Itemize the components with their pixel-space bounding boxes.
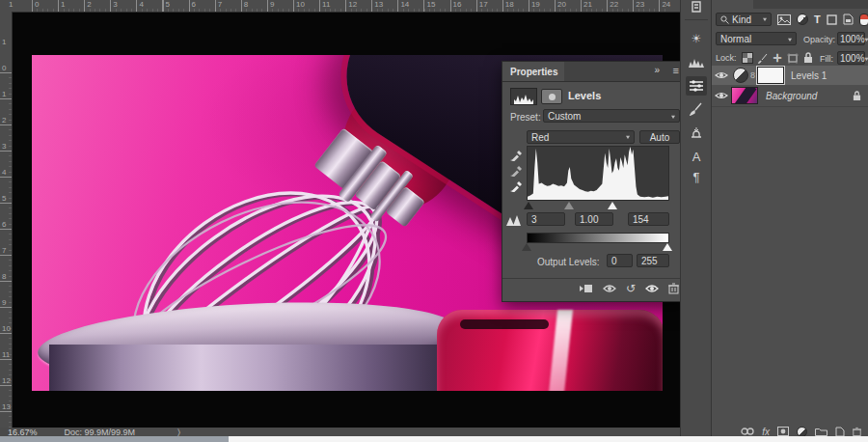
fill-value-dropdown[interactable]: 100%▾ — [837, 51, 865, 65]
tab-channels[interactable]: Channels — [762, 0, 814, 9]
panel-dock: ☀ A ¶ — [680, 0, 712, 442]
black-point-eyedropper-icon[interactable] — [509, 149, 522, 161]
properties-panel-header: Properties » ≡ — [502, 62, 685, 82]
filter-shape-layers-icon[interactable] — [827, 14, 837, 25]
auto-button[interactable]: Auto — [639, 130, 680, 144]
filter-type-layers-icon[interactable]: T — [814, 14, 821, 25]
layer-style-fx-icon[interactable]: fx — [762, 427, 770, 437]
output-shadow-slider[interactable] — [522, 243, 531, 251]
filter-adjustment-layers-icon[interactable] — [797, 14, 808, 25]
layer-row-background[interactable]: Background — [712, 86, 868, 105]
lock-all-icon[interactable] — [803, 52, 813, 64]
scrollbar-thumb[interactable] — [0, 436, 229, 442]
ruler-label: 17 — [479, 1, 488, 9]
midtone-input-field[interactable]: 1.00 — [575, 212, 613, 226]
output-levels-label: Output Levels: — [537, 257, 599, 267]
ruler-label: 1 — [2, 91, 6, 98]
preset-label: Preset: — [510, 112, 541, 123]
vertical-ruler[interactable]: 1012345678910111213 — [0, 12, 13, 428]
link-layers-icon[interactable] — [741, 428, 754, 435]
adjustment-layer-thumbnail[interactable] — [733, 68, 748, 83]
ruler-label: 10 — [296, 1, 305, 9]
lock-image-pixels-icon[interactable] — [758, 53, 769, 64]
levels-histogram-icon — [510, 88, 537, 105]
panel-tab-bar: Layers Channels Paths — [712, 0, 868, 9]
adjustment-title: Levels — [568, 90, 601, 101]
layers-panel: Layers Channels Paths Kind▾ T Normal▾ Op… — [711, 0, 868, 442]
new-group-icon[interactable] — [815, 427, 827, 436]
mask-link-icon[interactable]: 8 — [750, 70, 755, 80]
preset-dropdown[interactable]: Custom▾ — [543, 109, 680, 123]
character-panel-icon[interactable]: A — [686, 147, 707, 166]
layer-name[interactable]: Levels 1 — [791, 70, 827, 81]
background-layer-thumbnail[interactable] — [731, 87, 758, 104]
shadow-input-field[interactable]: 3 — [527, 212, 565, 226]
new-layer-icon[interactable] — [835, 427, 845, 437]
blend-mode-dropdown[interactable]: Normal▾ — [716, 32, 797, 45]
visibility-eye-icon[interactable] — [712, 91, 731, 100]
lock-position-icon[interactable]: ✛ — [773, 52, 782, 65]
layer-name[interactable]: Background — [766, 91, 817, 101]
ruler-label: 5 — [2, 195, 6, 203]
view-previous-state-icon[interactable] — [602, 283, 617, 294]
chevron-down-icon: ▾ — [865, 54, 868, 61]
photoshop-window: 1012345678910111213141516171819202122232… — [0, 0, 868, 442]
lock-transparent-pixels-icon[interactable] — [742, 52, 753, 64]
background-lock-icon[interactable] — [853, 91, 861, 101]
levels-histogram[interactable] — [527, 146, 669, 201]
add-layer-mask-icon[interactable] — [777, 427, 789, 436]
output-low-field[interactable]: 0 — [607, 254, 633, 267]
output-high-field[interactable]: 255 — [637, 254, 669, 267]
ruler-label: 1 — [61, 1, 65, 9]
layer-row-levels[interactable]: 8 Levels 1 — [712, 66, 868, 85]
brush-settings-icon[interactable] — [686, 99, 707, 119]
reset-adjustment-icon[interactable]: ↺ — [626, 282, 636, 295]
filter-toggle-icon[interactable] — [859, 14, 868, 26]
ruler-label: 7 — [2, 247, 6, 255]
ruler-label: 14 — [400, 1, 409, 9]
highlight-input-field[interactable]: 154 — [628, 212, 669, 226]
new-adjustment-layer-icon[interactable] — [797, 427, 807, 437]
ruler-label: 18 — [505, 1, 514, 9]
opacity-value-dropdown[interactable]: 100%▾ — [837, 32, 865, 45]
white-point-eyedropper-icon[interactable] — [509, 180, 522, 192]
input-shadow-slider[interactable] — [524, 202, 533, 209]
output-highlight-slider[interactable] — [663, 243, 672, 251]
delete-layer-icon[interactable] — [853, 427, 861, 437]
collapse-panel-button[interactable]: » — [654, 65, 660, 75]
clip-to-layer-icon[interactable] — [580, 283, 593, 294]
ruler-label: 0 — [2, 65, 6, 72]
properties-panel-icon[interactable] — [686, 76, 707, 96]
lock-artboard-icon[interactable] — [787, 53, 799, 64]
ruler-label: 11 — [2, 351, 10, 359]
tab-layers[interactable]: Layers — [712, 0, 753, 9]
channel-dropdown[interactable]: Red▾ — [527, 130, 635, 144]
histogram-panel-icon[interactable] — [686, 53, 707, 72]
ruler-label: 15 — [427, 1, 436, 9]
scrollbar-track[interactable] — [229, 436, 868, 442]
input-midtone-slider[interactable] — [564, 202, 574, 209]
clone-source-icon[interactable] — [686, 124, 707, 143]
ruler-label: 23 — [636, 1, 644, 9]
gray-point-eyedropper-icon[interactable] — [509, 164, 522, 177]
tab-properties[interactable]: Properties — [502, 62, 564, 81]
ruler-label: 10 — [2, 325, 11, 333]
history-icon[interactable] — [686, 0, 707, 16]
paragraph-panel-icon[interactable]: ¶ — [686, 167, 707, 186]
filter-kind-dropdown[interactable]: Kind▾ — [716, 13, 772, 26]
layer-mask-thumbnail[interactable] — [757, 67, 784, 84]
output-gradient-bar — [527, 233, 669, 243]
filter-smart-objects-icon[interactable] — [843, 14, 854, 25]
panel-menu-icon[interactable]: ≡ — [673, 65, 679, 76]
visibility-eye-icon[interactable] — [712, 70, 731, 80]
tab-paths[interactable]: Paths — [820, 0, 857, 9]
filter-pixel-layers-icon[interactable] — [777, 14, 791, 25]
ruler-label: 7 — [218, 1, 222, 9]
delete-adjustment-icon[interactable] — [668, 283, 679, 294]
horizontal-ruler[interactable]: 1012345678910111213141516171819202122232… — [0, 0, 680, 13]
ruler-label: 5 — [166, 1, 170, 9]
input-highlight-slider[interactable] — [608, 202, 617, 209]
adjustments-icon[interactable]: ☀ — [686, 29, 707, 48]
toggle-visibility-icon[interactable] — [644, 283, 660, 294]
chevron-down-icon: ▾ — [671, 112, 675, 119]
